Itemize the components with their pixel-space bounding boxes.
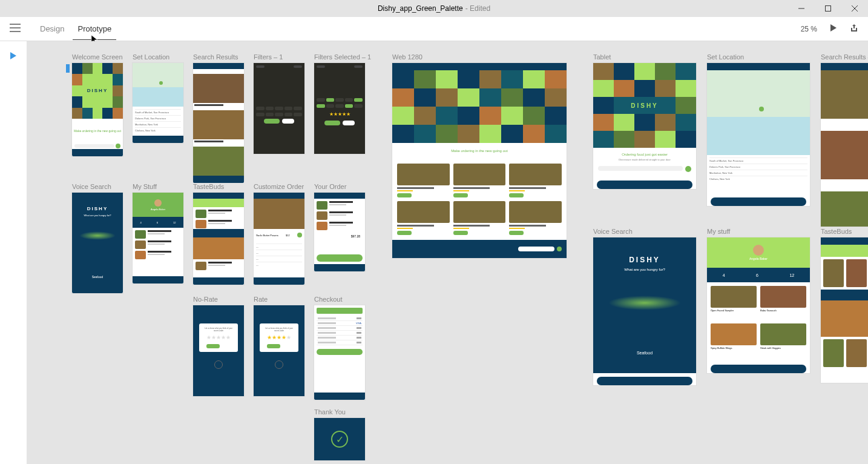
list-item[interactable]: Chelsea, New York (709, 176, 807, 182)
minimize-button[interactable] (788, 0, 815, 17)
submit-button[interactable] (206, 344, 220, 348)
cancel-button[interactable] (282, 119, 294, 124)
zoom-level[interactable]: 25 % (801, 25, 817, 33)
add-button[interactable] (297, 233, 302, 237)
artboard-label[interactable]: Voice Search (72, 183, 123, 190)
artboard-label[interactable]: My Stuff (133, 183, 183, 190)
artboard-tablet[interactable]: Tablet DISHY Ordering food just got easi… (593, 53, 696, 193)
list-item[interactable]: Chelsea, New York (135, 127, 181, 133)
skip-button[interactable] (283, 344, 291, 348)
apply-button[interactable] (324, 121, 340, 125)
artboard-tablet-set-location[interactable]: Set Location South of Market, San Franci… (707, 53, 810, 210)
artboard-tablet-tastebuds[interactable]: TasteBuds (821, 228, 868, 383)
bottom-nav[interactable] (133, 276, 183, 283)
list-item[interactable]: — (256, 250, 302, 256)
chevron-down-icon[interactable] (214, 360, 223, 369)
bottom-nav[interactable] (314, 393, 365, 400)
artboard-label[interactable]: Welcome Screen (72, 53, 123, 61)
complete-order-button[interactable] (317, 254, 363, 262)
artboard-customize-order[interactable]: Customize Order Garlic Butter Prawns $12… (254, 183, 304, 285)
star-rating[interactable]: ★★★★★ (317, 111, 363, 117)
chevron-down-icon[interactable] (275, 360, 283, 369)
top-nav[interactable] (392, 63, 567, 70)
search-input[interactable] (74, 144, 114, 148)
cancel-button[interactable] (343, 121, 355, 125)
bottom-nav[interactable] (314, 264, 365, 271)
artboard-label[interactable]: Web 1280 (392, 53, 567, 61)
map[interactable] (707, 70, 810, 155)
bottom-nav[interactable] (597, 377, 692, 385)
add-button[interactable] (397, 231, 412, 235)
prototype-tool-icon[interactable] (7, 50, 19, 62)
star-rating[interactable]: ★★★★★ (203, 334, 234, 340)
artboard-label[interactable]: Filters – 1 (254, 53, 304, 61)
hamburger-menu-icon[interactable] (10, 24, 21, 35)
artboard-set-location[interactable]: Set Location South of Market, San Franci… (133, 53, 183, 143)
place-order-button[interactable] (317, 349, 363, 355)
list-item[interactable]: — (256, 244, 302, 250)
add-button[interactable] (453, 231, 468, 235)
share-icon[interactable] (850, 24, 858, 35)
artboard-no-rate[interactable]: No-Rate Let us know what you think of yo… (193, 296, 244, 396)
search-button[interactable] (685, 166, 691, 172)
list-item[interactable]: Manhattan, New York (135, 121, 181, 127)
subscribe-button[interactable] (557, 247, 562, 251)
artboard-label[interactable]: TasteBuds (193, 183, 244, 190)
add-button[interactable] (509, 193, 524, 197)
artboard-tastebuds[interactable]: TasteBuds (193, 183, 244, 285)
artboard-label[interactable]: Set Location (707, 53, 810, 61)
artboard-search-results[interactable]: Search Results (193, 53, 244, 181)
artboard-filters-selected[interactable]: Filters Selected – 1 ★★★★★ (314, 53, 371, 154)
bottom-nav[interactable] (711, 197, 806, 206)
apply-button[interactable] (264, 119, 280, 124)
artboard-label[interactable]: Voice Search (593, 228, 696, 235)
artboard-my-stuff[interactable]: My Stuff Angela Baker 4 6 12 (133, 183, 183, 283)
artboard-label[interactable]: Checkout (314, 296, 365, 303)
artboard-label[interactable]: Your Order (314, 183, 365, 190)
artboard-label[interactable]: My stuff (707, 228, 810, 235)
list-item[interactable]: — (256, 256, 302, 262)
bottom-nav[interactable] (254, 277, 304, 285)
artboard-checkout[interactable]: Checkout VISA (314, 296, 365, 400)
add-button[interactable] (397, 193, 412, 197)
artboard-label[interactable]: Rate (254, 296, 304, 303)
artboard-your-order[interactable]: Your Order $97.28 (314, 183, 365, 271)
close-button[interactable] (841, 0, 868, 17)
artboard-label[interactable]: Customize Order (254, 183, 304, 190)
add-button[interactable] (453, 193, 468, 197)
list-item[interactable]: South of Market, San Francisco (135, 109, 181, 115)
submit-button[interactable] (267, 344, 280, 348)
bottom-nav[interactable] (193, 277, 244, 285)
search-input[interactable] (598, 166, 683, 171)
bottom-nav[interactable] (597, 181, 692, 189)
artboard-label[interactable]: Search Results – 1 (821, 53, 868, 61)
tab-design[interactable]: Design (39, 18, 65, 39)
bottom-nav[interactable] (711, 365, 806, 373)
canvas[interactable]: Welcome Screen DISHY Make ordering in th… (27, 41, 868, 464)
bottom-nav[interactable] (193, 176, 244, 183)
list-item[interactable]: — (256, 262, 302, 268)
list-item[interactable]: Manhattan, New York (709, 170, 807, 176)
artboard-filters-1[interactable]: Filters – 1 (254, 53, 304, 154)
bottom-nav[interactable] (72, 149, 123, 156)
bottom-nav[interactable] (133, 136, 183, 143)
artboard-voice-search[interactable]: Voice Search DISHY What are you hungry f… (72, 183, 123, 293)
map[interactable] (133, 63, 183, 107)
artboard-tablet-search-results[interactable]: Search Results – 1 (821, 53, 868, 227)
skip-button[interactable] (222, 344, 231, 348)
artboard-welcome-screen[interactable]: Welcome Screen DISHY Make ordering in th… (72, 53, 123, 156)
artboard-tablet-voice-search[interactable]: Voice Search DISHY What are you hungry f… (593, 228, 696, 389)
artboard-label[interactable]: Tablet (593, 53, 696, 61)
artboard-label[interactable]: Filters Selected – 1 (314, 53, 371, 61)
maximize-button[interactable] (815, 0, 841, 17)
star-rating[interactable]: ★★★★★ (263, 334, 295, 340)
artboard-label[interactable]: TasteBuds (821, 228, 868, 235)
add-button[interactable] (509, 231, 524, 235)
artboard-rate[interactable]: Rate Let us know what you think of your … (254, 296, 304, 396)
artboard-label[interactable]: No-Rate (193, 296, 244, 303)
artboard-label[interactable]: Set Location (133, 53, 183, 61)
subscribe-input[interactable] (518, 247, 554, 251)
artboard-tablet-my-stuff[interactable]: My stuff Angela Baker 4 6 12 Open Faced … (707, 228, 810, 377)
bottom-nav[interactable] (72, 286, 123, 293)
artboard-web-1280[interactable]: Web 1280 Make ordering in the new going … (392, 53, 567, 258)
